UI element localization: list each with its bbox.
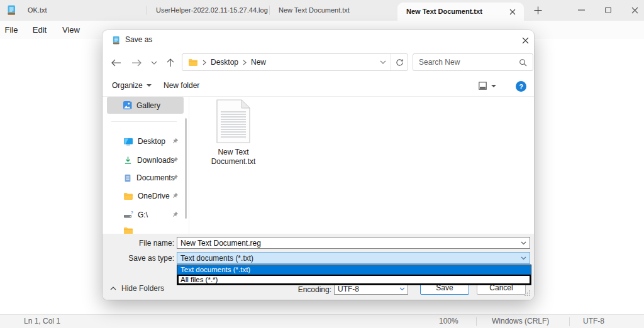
new-folder-label: New folder: [164, 81, 199, 90]
help-glyph: ?: [519, 83, 523, 90]
file-name-combobox[interactable]: [177, 237, 530, 249]
refresh-icon[interactable]: [396, 58, 404, 67]
sidebar-item-label: Gallery: [136, 101, 160, 110]
save-as-dialog: Save as Desktop New: [103, 30, 534, 300]
status-divider: [476, 317, 477, 326]
tab-ok-txt[interactable]: OK.txt: [19, 0, 147, 21]
organize-button[interactable]: Organize: [112, 81, 152, 90]
tab-userhelper-log[interactable]: UserHelper-2022.02.11-15.27.44.log: [147, 0, 269, 21]
pin-icon: [172, 156, 179, 163]
pin-icon: [172, 174, 179, 181]
file-item-new-text-document[interactable]: New Text Document.txt: [197, 99, 270, 167]
file-name-label: New Text Document.txt: [203, 148, 264, 167]
sidebar-item-label: Desktop: [138, 137, 165, 146]
sidebar-item-gallery[interactable]: Gallery: [107, 97, 184, 114]
new-folder-button[interactable]: New folder: [164, 81, 199, 90]
type-option-all-files[interactable]: All files (*.*): [177, 275, 531, 285]
menu-view[interactable]: View: [59, 21, 83, 39]
sidebar-item-partial-folder[interactable]: [107, 224, 184, 234]
save-as-type-combobox[interactable]: Text documents (*.txt): [177, 252, 530, 264]
save-as-type-dropdown-list: Text documents (*.txt) All files (*.*): [177, 265, 531, 285]
status-bar: Ln 1, Col 1 100% Windows (CRLF) UTF-8: [0, 314, 644, 328]
caret-down-icon: [147, 84, 152, 87]
tab-bar: OK.txt UserHelper-2022.02.11-15.27.44.lo…: [0, 0, 644, 21]
folder-icon: [123, 227, 133, 234]
pin-icon: [172, 211, 179, 218]
chevron-up-icon: [110, 287, 116, 290]
menu-file[interactable]: File: [1, 21, 21, 39]
sidebar-item-label: G:\: [138, 210, 148, 219]
desktop-icon: [123, 137, 133, 146]
tab-close-icon[interactable]: [508, 8, 517, 16]
notepad-app-icon: [6, 4, 17, 16]
chevron-right-icon: [243, 60, 247, 65]
status-cursor-position: Ln 1, Col 1: [24, 317, 60, 325]
address-dropdown-chevron-icon[interactable]: [380, 60, 386, 64]
search-icon: [519, 58, 527, 67]
sidebar-item-downloads[interactable]: Downloads: [107, 153, 184, 167]
tab-new-text-document[interactable]: New Text Document.txt: [270, 0, 397, 21]
back-button[interactable]: [109, 55, 124, 70]
forward-button[interactable]: [129, 55, 144, 70]
sidebar-divider: [111, 121, 177, 122]
chevron-down-icon[interactable]: [399, 287, 405, 291]
sidebar-item-desktop[interactable]: Desktop: [107, 134, 184, 148]
sidebar-item-label: Documents: [136, 173, 175, 182]
sidebar-item-onedrive[interactable]: OneDrive: [107, 189, 184, 203]
drive-icon: ?: [123, 210, 133, 219]
chevron-down-icon[interactable]: [521, 256, 526, 260]
notepad-dialog-icon: [111, 35, 121, 45]
sidebar-item-g-drive[interactable]: ? G:\: [107, 208, 184, 222]
help-button[interactable]: ?: [516, 81, 526, 92]
save-as-type-value: Text documents (*.txt): [180, 254, 253, 263]
folder-icon: [123, 192, 133, 200]
tab-label: New Text Document.txt: [406, 8, 482, 15]
gallery-icon: [123, 101, 132, 110]
view-mode-icon: [479, 82, 487, 90]
new-tab-button[interactable]: [533, 6, 543, 15]
status-zoom-level: 100%: [439, 317, 458, 325]
maximize-button[interactable]: [601, 4, 615, 16]
search-input[interactable]: [419, 58, 515, 67]
close-button[interactable]: [628, 4, 641, 16]
file-name-field-label: File name:: [103, 239, 174, 248]
sidebar-item-documents[interactable]: Documents: [107, 171, 184, 185]
caret-down-icon[interactable]: [491, 85, 496, 87]
minimize-button[interactable]: [574, 4, 588, 16]
breadcrumb-desktop[interactable]: Desktop: [211, 58, 238, 67]
sidebar-item-label: Downloads: [137, 156, 174, 165]
status-line-ending: Windows (CRLF): [492, 317, 549, 325]
documents-icon: [123, 173, 132, 183]
menu-edit[interactable]: Edit: [29, 21, 50, 39]
tab-new-text-document-active[interactable]: New Text Document.txt: [397, 3, 524, 21]
chevron-right-icon: [203, 60, 206, 65]
tab-label: New Text Document.txt: [279, 6, 350, 14]
encoding-value: UTF-8: [338, 285, 359, 293]
up-button[interactable]: [163, 55, 178, 70]
type-option-text-documents[interactable]: Text documents (*.txt): [177, 265, 531, 275]
hide-folders-label: Hide Folders: [121, 284, 164, 293]
notepad-window: OK.txt UserHelper-2022.02.11-15.27.44.lo…: [0, 0, 644, 328]
status-encoding: UTF-8: [583, 317, 604, 325]
dialog-close-icon[interactable]: [518, 33, 533, 47]
pin-icon: [172, 192, 179, 199]
sidebar-scrollbar[interactable]: [185, 118, 187, 219]
organize-label: Organize: [112, 81, 143, 90]
search-box[interactable]: [413, 53, 533, 71]
resize-grip[interactable]: [524, 290, 531, 297]
downloads-icon: [123, 156, 133, 165]
breadcrumb-new[interactable]: New: [251, 58, 266, 67]
pin-icon: [172, 138, 179, 145]
sidebar-item-label: OneDrive: [138, 192, 170, 200]
recent-locations-chevron-icon[interactable]: [148, 55, 160, 70]
tab-label: UserHelper-2022.02.11-15.27.44.log: [156, 6, 268, 14]
hide-folders-button[interactable]: Hide Folders: [110, 284, 164, 293]
view-mode-button[interactable]: [479, 82, 496, 90]
folder-icon: [188, 58, 198, 67]
encoding-field-label: Encoding:: [260, 285, 331, 294]
address-bar[interactable]: Desktop New: [182, 53, 408, 71]
chevron-down-icon[interactable]: [521, 241, 526, 245]
status-divider: [569, 317, 570, 326]
svg-text:?: ?: [131, 210, 133, 215]
file-name-input[interactable]: [180, 239, 518, 248]
